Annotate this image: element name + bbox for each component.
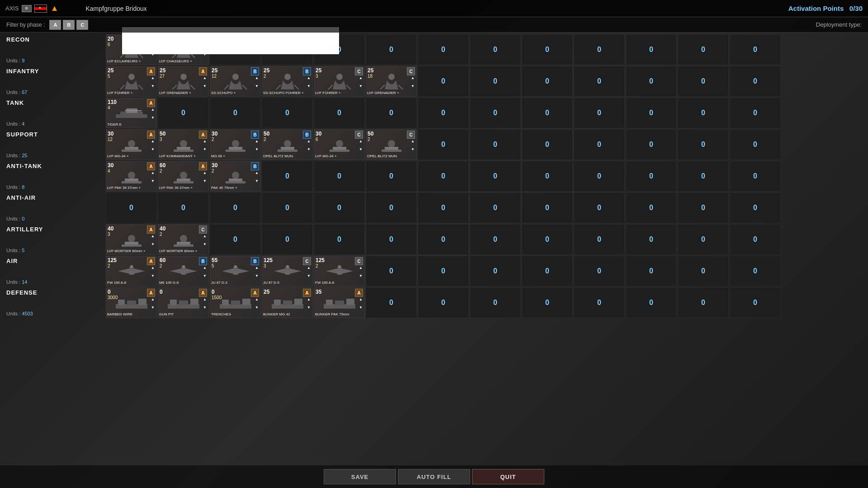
scroll-up-icon[interactable]: ▲ xyxy=(150,170,156,175)
scroll-down-icon[interactable]: ▼ xyxy=(150,242,156,246)
scroll-up-icon[interactable]: ▲ xyxy=(202,139,208,143)
unit-cell-air-1[interactable]: 60 2 B ME 109 G-8 ▲ ▼ xyxy=(158,256,209,286)
ap-label: Activation Points xyxy=(788,5,844,12)
scroll-up-icon[interactable]: ▲ xyxy=(358,75,363,80)
scroll-down-icon[interactable]: ▼ xyxy=(254,147,259,151)
scroll-down-icon[interactable]: ▼ xyxy=(358,84,363,88)
scroll-up-icon[interactable]: ▲ xyxy=(254,265,259,270)
filter-btn-c[interactable]: C xyxy=(76,20,88,30)
scroll-down-icon[interactable]: ▼ xyxy=(150,305,156,310)
scroll-down-icon[interactable]: ▼ xyxy=(150,147,156,151)
scroll-down-icon[interactable]: ▼ xyxy=(150,84,156,88)
scroll-up-icon[interactable]: ▲ xyxy=(410,75,415,80)
scroll-up-icon[interactable]: ▲ xyxy=(254,170,259,175)
scroll-down-icon[interactable]: ▼ xyxy=(306,273,311,278)
zero-value: 0 xyxy=(753,204,757,212)
scroll-down-icon[interactable]: ▼ xyxy=(410,84,415,88)
scroll-up-icon[interactable]: ▲ xyxy=(306,297,311,301)
scroll-down-icon[interactable]: ▼ xyxy=(254,84,259,88)
scroll-up-icon[interactable]: ▲ xyxy=(150,139,156,143)
scroll-down-icon[interactable]: ▼ xyxy=(306,147,311,151)
scroll-up-icon[interactable]: ▲ xyxy=(254,297,259,301)
scroll-down-icon[interactable]: ▼ xyxy=(202,273,208,278)
scroll-up-icon[interactable]: ▲ xyxy=(150,234,156,238)
unit-cell-infantry-4[interactable]: 25 3 C LVF FÜHRER + ▲ ▼ xyxy=(314,66,365,97)
scroll-down-icon[interactable]: ▼ xyxy=(358,273,363,278)
scroll-down-icon[interactable]: ▼ xyxy=(306,305,311,310)
scroll-up-icon[interactable]: ▲ xyxy=(202,170,208,175)
zero-value: 0 xyxy=(545,109,549,117)
scroll-down-icon[interactable]: ▼ xyxy=(202,84,208,88)
unit-cell-infantry-1[interactable]: 25 27 A LVF GRENADIER + ▲ ▼ xyxy=(158,66,209,97)
scroll-up-icon[interactable]: ▲ xyxy=(306,75,311,80)
scroll-down-icon[interactable]: ▼ xyxy=(150,273,156,278)
scroll-down-icon[interactable]: ▼ xyxy=(202,242,208,246)
svg-line-16 xyxy=(276,85,281,89)
scroll-down-icon[interactable]: ▼ xyxy=(254,273,259,278)
scroll-up-icon[interactable]: ▲ xyxy=(202,75,208,80)
unit-count: 55 xyxy=(212,257,217,263)
scroll-down-icon[interactable]: ▼ xyxy=(202,147,208,151)
scroll-down-icon[interactable]: ▼ xyxy=(150,178,156,183)
unit-cell-infantry-2[interactable]: 25 12 B SS-SCHUPO + ▲ ▼ xyxy=(210,66,261,97)
scroll-down-icon[interactable]: ▼ xyxy=(358,305,363,310)
filter-btn-a[interactable]: A xyxy=(49,20,61,30)
unit-phase-badge: A xyxy=(147,257,155,265)
scroll-down-icon[interactable]: ▼ xyxy=(410,147,415,151)
svg-rect-36 xyxy=(226,150,245,152)
scroll-up-icon[interactable]: ▲ xyxy=(306,139,311,143)
scroll-down-icon[interactable]: ▼ xyxy=(306,84,311,88)
unit-cell-air-2[interactable]: 55 5 B JU 87 D-3 ▲ ▼ xyxy=(210,256,261,286)
scroll-up-icon[interactable]: ▲ xyxy=(254,75,259,80)
scroll-up-icon[interactable]: ▲ xyxy=(150,297,156,301)
unit-cell-support-1[interactable]: 50 3 A LVF KOMMANDANT + ▲ ▼ xyxy=(158,129,209,160)
scroll-down-icon[interactable]: ▼ xyxy=(254,178,259,183)
unit-cell-support-5[interactable]: 50 2 C OPEL BLITZ MUN. ▲ ▼ xyxy=(366,129,417,160)
scroll-down-icon[interactable]: ▼ xyxy=(150,115,156,120)
filter-btn-b[interactable]: B xyxy=(63,20,75,30)
scroll-up-icon[interactable]: ▲ xyxy=(202,297,208,301)
scroll-up-icon[interactable]: ▲ xyxy=(150,265,156,270)
auto-fill-button[interactable]: AUTO FILL xyxy=(398,469,470,484)
unit-cell-antitank-2[interactable]: 30 2 B PAK 40 75mm + ▲ ▼ xyxy=(210,161,261,192)
scroll-up-icon[interactable]: ▲ xyxy=(202,234,208,238)
scroll-up-icon[interactable]: ▲ xyxy=(410,139,415,143)
unit-cell-infantry-5[interactable]: 25 18 C LVF GRENADIER + ▲ ▼ xyxy=(366,66,417,97)
scroll-up-icon[interactable]: ▲ xyxy=(150,107,156,112)
unit-cell-air-4[interactable]: 125 2 C FW 190 A-8 ▲ ▼ xyxy=(314,256,365,286)
unit-cell-defense-0[interactable]: 0 3000 A BARBED WIRE ▲ ▼ xyxy=(106,287,157,318)
unit-cell-defense-3[interactable]: 25 A BUNKER MG 42 ▲ ▼ xyxy=(262,287,313,318)
zero-value: 0 xyxy=(337,172,341,180)
unit-cell-infantry-3[interactable]: 25 2 B SS-SCHUPO FÜHRER + ▲ ▼ xyxy=(262,66,313,97)
empty-cell-support-0: 0 xyxy=(418,129,469,160)
unit-cell-support-2[interactable]: 30 2 B MG 08 + ▲ ▼ xyxy=(210,129,261,160)
unit-cell-defense-2[interactable]: 0 1500 A TRENCHES ▲ ▼ xyxy=(210,287,261,318)
unit-cell-air-0[interactable]: 125 2 A FW 190 A-8 ▲ ▼ xyxy=(106,256,157,286)
scroll-up-icon[interactable]: ▲ xyxy=(306,265,311,270)
scroll-down-icon[interactable]: ▼ xyxy=(202,305,208,310)
scroll-up-icon[interactable]: ▲ xyxy=(358,265,363,270)
unit-cell-antitank-1[interactable]: 60 2 A LVF PAK 36 37mm + ▲ ▼ xyxy=(158,161,209,192)
scroll-down-icon[interactable]: ▼ xyxy=(254,305,259,310)
unit-cell-defense-4[interactable]: 35 A BUNKER PAK 75mm ▲ ▼ xyxy=(314,287,365,318)
unit-cell-infantry-0[interactable]: 25 5 A LVF FÜHRER + ▲ ▼ xyxy=(106,66,157,97)
unit-cell-antitank-0[interactable]: 30 4 A LVF PAK 36 37mm + ▲ ▼ xyxy=(106,161,157,192)
scroll-up-icon[interactable]: ▲ xyxy=(202,265,208,270)
empty-cell-tank-4: 0 xyxy=(366,98,417,128)
unit-cell-defense-1[interactable]: 0 A GUN PIT ▲ ▼ xyxy=(158,287,209,318)
unit-cell-support-3[interactable]: 50 2 B OPEL BLITZ MUN. ▲ ▼ xyxy=(262,129,313,160)
scroll-down-icon[interactable]: ▼ xyxy=(202,178,208,183)
unit-cell-artillery-1[interactable]: 40 2 C LVF MORTIER 80mm + ▲ ▼ xyxy=(158,224,209,255)
scroll-down-icon[interactable]: ▼ xyxy=(358,147,363,151)
scroll-up-icon[interactable]: ▲ xyxy=(254,139,259,143)
scroll-up-icon[interactable]: ▲ xyxy=(358,139,363,143)
scroll-up-icon[interactable]: ▲ xyxy=(358,297,363,301)
unit-cell-support-4[interactable]: 30 6 C LVF MG-34 + ▲ ▼ xyxy=(314,129,365,160)
quit-button[interactable]: QUIT xyxy=(472,469,544,484)
unit-cell-air-3[interactable]: 125 3 C JU 87 D-5 ▲ ▼ xyxy=(262,256,313,286)
unit-cell-artillery-0[interactable]: 40 3 A LVF MORTIER 80mm + ▲ ▼ xyxy=(106,224,157,255)
unit-cell-support-0[interactable]: 30 12 A LVF MG-34 + ▲ ▼ xyxy=(106,129,157,160)
unit-cell-tank-0[interactable]: 110 4 A TIGER E ▲ ▼ xyxy=(106,98,157,128)
save-button[interactable]: SAVE xyxy=(324,469,396,484)
scroll-up-icon[interactable]: ▲ xyxy=(150,75,156,80)
